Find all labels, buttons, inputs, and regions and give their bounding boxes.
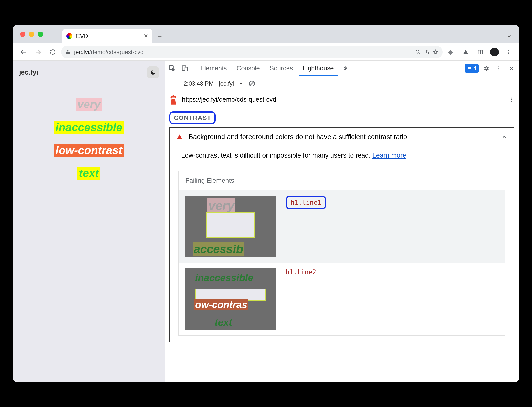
- svg-point-16: [498, 69, 499, 70]
- dark-mode-toggle[interactable]: [147, 66, 159, 78]
- svg-rect-13: [185, 67, 188, 71]
- audit-card: Background and foreground colors do not …: [169, 127, 514, 342]
- failing-element-row[interactable]: very accessib h1.line1: [179, 190, 505, 263]
- issues-badge[interactable]: 4: [465, 64, 479, 73]
- url-text: jec.fyi/demo/cds-quest-cvd: [74, 49, 412, 55]
- browser-tab[interactable]: CVD ✕: [62, 29, 152, 43]
- browser-window: CVD ✕ ＋ jec.fyi/demo/cds-quest-cvd: [13, 25, 519, 382]
- back-button[interactable]: [17, 46, 30, 58]
- clear-icon[interactable]: [248, 80, 255, 87]
- browser-toolbar: jec.fyi/demo/cds-quest-cvd: [13, 43, 519, 61]
- profile-avatar-icon[interactable]: [490, 48, 499, 56]
- more-tabs-icon[interactable]: [340, 63, 350, 74]
- tab-sources[interactable]: Sources: [266, 61, 297, 76]
- element-thumbnail: inaccessible ow-contras text: [185, 268, 276, 330]
- reload-button[interactable]: [46, 46, 59, 58]
- rendered-page: jec.fyi very inaccessible low-contrast t…: [13, 61, 165, 382]
- lighthouse-report-body[interactable]: CONTRAST Background and foreground color…: [165, 108, 519, 382]
- sample-text-3: low-contrast: [54, 144, 124, 157]
- devtools-panel: Elements Console Sources Lighthouse 4 ＋ …: [165, 61, 519, 382]
- collapse-chevron-icon[interactable]: [501, 134, 507, 140]
- tab-elements[interactable]: Elements: [196, 61, 231, 76]
- svg-point-10: [508, 53, 509, 54]
- address-bar[interactable]: jec.fyi/demo/cds-quest-cvd: [61, 46, 443, 58]
- maximize-window-icon[interactable]: [38, 32, 43, 37]
- tab-lighthouse[interactable]: Lighthouse: [299, 61, 338, 76]
- svg-point-23: [511, 97, 512, 98]
- forward-button[interactable]: [32, 46, 44, 58]
- learn-more-link[interactable]: Learn more: [372, 152, 406, 159]
- bookmark-icon[interactable]: [433, 49, 438, 55]
- failing-elements-title: Failing Elements: [179, 171, 505, 190]
- browser-menu-icon[interactable]: [502, 46, 515, 58]
- share-icon[interactable]: [424, 49, 429, 55]
- devtools-menu-icon[interactable]: [493, 63, 504, 74]
- audit-title: Background and foreground colors do not …: [189, 133, 496, 141]
- devtools-tabstrip: Elements Console Sources Lighthouse 4: [165, 61, 519, 76]
- lighthouse-icon: [169, 95, 178, 105]
- zoom-icon[interactable]: [415, 49, 421, 55]
- svg-marker-5: [433, 50, 438, 54]
- page-site-name: jec.fyi: [19, 68, 38, 76]
- lighthouse-toolbar: ＋ 2:03:48 PM - jec.fyi: [165, 76, 519, 91]
- svg-marker-26: [177, 134, 182, 139]
- lighthouse-report-header: https://jec.fyi/demo/cds-quest-cvd: [165, 91, 519, 108]
- failing-element-row[interactable]: inaccessible ow-contras text h1.line2: [179, 263, 505, 335]
- issues-count: 4: [473, 65, 476, 72]
- svg-point-8: [508, 50, 509, 51]
- report-menu-icon[interactable]: [509, 97, 514, 102]
- extensions-icon[interactable]: [445, 46, 457, 58]
- tab-console[interactable]: Console: [233, 61, 264, 76]
- close-window-icon[interactable]: [20, 32, 25, 37]
- audit-header[interactable]: Background and foreground colors do not …: [170, 128, 514, 146]
- labs-icon[interactable]: [459, 46, 472, 58]
- report-selector[interactable]: 2:03:48 PM - jec.fyi: [184, 80, 234, 87]
- window-controls: [20, 32, 43, 37]
- sample-text-1: very: [76, 98, 102, 111]
- svg-point-9: [508, 52, 509, 53]
- content-area: jec.fyi very inaccessible low-contrast t…: [13, 61, 519, 382]
- tab-strip: CVD ✕ ＋: [13, 25, 519, 43]
- sample-text-4: text: [77, 167, 100, 180]
- svg-rect-22: [172, 97, 175, 99]
- side-panel-icon[interactable]: [474, 46, 487, 58]
- minimize-window-icon[interactable]: [29, 32, 34, 37]
- svg-point-14: [498, 66, 499, 67]
- device-toggle-icon[interactable]: [180, 63, 190, 74]
- settings-icon[interactable]: [481, 63, 491, 74]
- svg-marker-19: [240, 83, 243, 85]
- warning-triangle-icon: [176, 134, 183, 140]
- element-selector: h1.line2: [286, 268, 316, 276]
- lock-icon: [65, 49, 71, 55]
- tab-title: CVD: [76, 33, 140, 40]
- failing-elements-box: Failing Elements very accessib h1.line1: [178, 171, 505, 336]
- close-tab-icon[interactable]: ✕: [144, 33, 148, 39]
- element-selector: h1.line1: [286, 196, 326, 209]
- sample-text-2: inaccessible: [54, 121, 124, 134]
- new-tab-button[interactable]: ＋: [152, 29, 167, 43]
- section-contrast-label: CONTRAST: [169, 111, 216, 124]
- close-devtools-icon[interactable]: [506, 63, 517, 74]
- tab-list-chevron-icon[interactable]: [506, 33, 512, 39]
- svg-point-15: [498, 68, 499, 69]
- svg-point-25: [511, 101, 512, 102]
- element-thumbnail: very accessib: [185, 196, 276, 257]
- svg-line-3: [419, 53, 420, 54]
- report-url: https://jec.fyi/demo/cds-quest-cvd: [182, 96, 276, 103]
- new-report-button[interactable]: ＋: [168, 79, 175, 88]
- svg-point-24: [511, 99, 512, 100]
- inspect-icon[interactable]: [167, 63, 178, 74]
- svg-point-2: [416, 50, 419, 53]
- favicon-icon: [66, 33, 72, 39]
- svg-rect-6: [478, 50, 482, 54]
- dropdown-chevron-icon[interactable]: [238, 81, 244, 86]
- svg-line-21: [250, 82, 254, 85]
- audit-description: Low-contrast text is difficult or imposs…: [170, 146, 514, 165]
